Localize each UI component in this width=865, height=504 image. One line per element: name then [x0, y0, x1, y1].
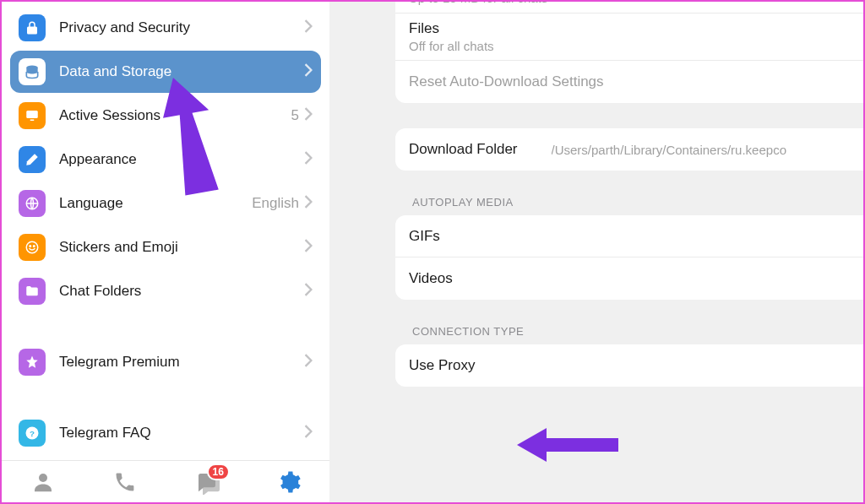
row-download-folder[interactable]: Download Folder /Users/parth/Library/Con… [395, 128, 863, 171]
chevron-right-icon [304, 354, 313, 371]
chevron-right-icon [304, 283, 313, 300]
chevron-right-icon [304, 195, 313, 212]
chevron-right-icon [304, 107, 313, 124]
row-files[interactable]: Files Off for all chats [395, 14, 863, 61]
connection-type-group: CONNECTION TYPE Use Proxy [329, 325, 863, 387]
settings-content: Up to 10 MB for all chats Files Off for … [329, 2, 863, 502]
tab-contacts[interactable] [26, 465, 60, 499]
chevron-right-icon [304, 239, 313, 256]
row-sub: Up to 10 MB for all chats [409, 2, 547, 5]
sidebar-item-label: Stickers and Emoji [59, 239, 304, 256]
auto-download-group: Up to 10 MB for all chats Files Off for … [329, 2, 863, 103]
language-icon [19, 190, 46, 217]
sidebar-item-active-sessions[interactable]: Active Sessions 5 [10, 95, 321, 137]
bottom-tabbar: 16 [2, 460, 329, 502]
group-header: CONNECTION TYPE [395, 325, 863, 344]
sidebar-item-label: Chat Folders [59, 283, 304, 300]
appearance-icon [19, 146, 46, 173]
sidebar-item-chat-folders[interactable]: Chat Folders [10, 270, 321, 312]
sidebar-divider [10, 385, 321, 410]
svg-text:?: ? [30, 429, 35, 438]
row-title: Files [409, 20, 439, 37]
row-use-proxy[interactable]: Use Proxy [395, 344, 863, 387]
sessions-icon [19, 102, 46, 129]
sidebar-item-value: English [252, 195, 299, 212]
sidebar-item-label: Language [59, 195, 252, 212]
chevron-right-icon [304, 425, 313, 442]
svg-rect-1 [26, 111, 38, 118]
row-title: GIFs [409, 228, 440, 245]
tab-calls[interactable] [108, 465, 142, 499]
sidebar-item-stickers-emoji[interactable]: Stickers and Emoji [10, 226, 321, 268]
chats-unread-badge: 16 [207, 463, 230, 480]
tab-settings[interactable] [272, 465, 306, 499]
row-title: Use Proxy [409, 357, 475, 374]
sidebar-divider [10, 314, 321, 339]
row-title: Download Folder [409, 141, 518, 158]
row-size-limit[interactable]: Up to 10 MB for all chats [395, 2, 863, 14]
svg-point-9 [39, 474, 47, 482]
sidebar-item-telegram-premium[interactable]: Telegram Premium [10, 341, 321, 383]
row-title: Videos [409, 270, 453, 287]
sidebar-item-telegram-faq[interactable]: ? Telegram FAQ [10, 412, 321, 454]
tab-chats[interactable]: 16 [190, 465, 224, 499]
sidebar-item-language[interactable]: Language English [10, 182, 321, 225]
row-gifs[interactable]: GIFs [395, 215, 863, 257]
premium-icon [19, 349, 46, 376]
folders-icon [19, 278, 46, 305]
svg-point-5 [30, 246, 31, 247]
stickers-icon [19, 234, 46, 261]
storage-icon [19, 58, 46, 85]
sidebar-item-label: Appearance [59, 151, 304, 168]
sidebar-item-label: Active Sessions [59, 107, 291, 124]
sidebar-item-data-storage[interactable]: Data and Storage [10, 51, 321, 93]
chevron-right-icon [304, 151, 313, 168]
autoplay-media-group: AUTOPLAY MEDIA GIFs Videos [329, 196, 863, 300]
sidebar-list: Privacy and Security Data and Storage Ac… [2, 2, 329, 454]
svg-point-6 [34, 246, 35, 247]
row-path: /Users/parth/Library/Containers/ru.keepc… [552, 143, 850, 157]
sidebar-item-value: 5 [291, 107, 299, 124]
group-header: AUTOPLAY MEDIA [395, 196, 863, 215]
sidebar-item-label: Telegram FAQ [59, 425, 304, 442]
download-folder-group: Download Folder /Users/parth/Library/Con… [329, 128, 863, 171]
svg-point-4 [26, 241, 38, 253]
row-title: Reset Auto-Download Settings [409, 73, 604, 90]
settings-sidebar: Privacy and Security Data and Storage Ac… [2, 2, 329, 502]
sidebar-item-label: Data and Storage [59, 63, 304, 80]
lock-icon [19, 14, 46, 41]
row-videos[interactable]: Videos [395, 257, 863, 300]
svg-rect-2 [30, 120, 35, 122]
chevron-right-icon [304, 63, 313, 80]
row-reset-autodownload[interactable]: Reset Auto-Download Settings [395, 61, 863, 103]
sidebar-item-privacy-security[interactable]: Privacy and Security [10, 7, 321, 49]
chevron-right-icon [304, 19, 313, 36]
sidebar-item-label: Telegram Premium [59, 354, 304, 371]
sidebar-item-appearance[interactable]: Appearance [10, 138, 321, 181]
faq-icon: ? [19, 420, 46, 447]
sidebar-item-label: Privacy and Security [59, 19, 304, 36]
row-sub: Off for all chats [409, 39, 494, 53]
